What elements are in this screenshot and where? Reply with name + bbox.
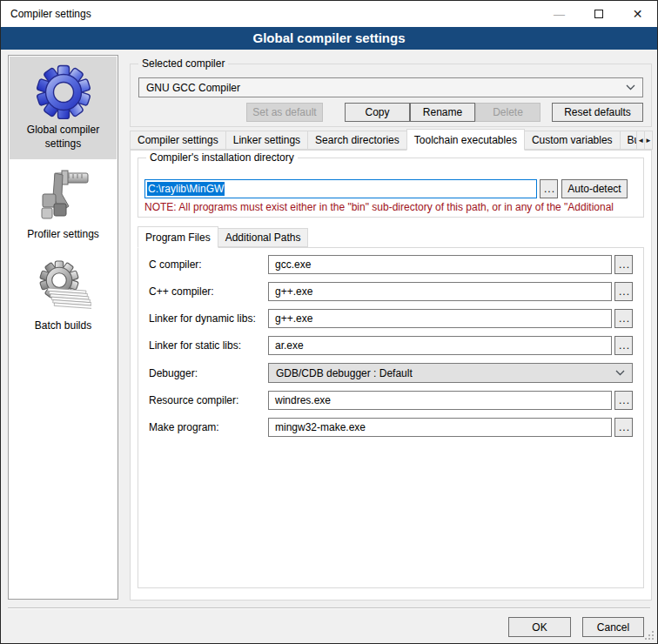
sidebar-item-profiler-settings[interactable]: Profiler settings [10, 161, 117, 250]
field-label: Resource compiler: [149, 394, 268, 406]
field-label: C++ compiler: [149, 285, 268, 298]
tab-search-directories[interactable]: Search directories [307, 131, 407, 150]
close-icon: ✕ [633, 7, 643, 21]
c-compiler-browse-button[interactable]: ... [614, 255, 633, 274]
minimize-button[interactable]: — [540, 1, 579, 27]
debugger-select[interactable]: GDB/CDB debugger : Default [268, 363, 633, 383]
resize-grip[interactable] [645, 631, 655, 641]
installation-directory-group: Compiler's installation directory C:\ray… [138, 158, 644, 218]
title-bar: Compiler settings — ✕ [1, 1, 657, 27]
linker-for-dynamic-libs-input[interactable]: g++.exe [268, 309, 612, 328]
field-row: Linker for static libs: ar.exe... [149, 336, 633, 355]
field-row: C++ compiler: g++.exe... [149, 282, 633, 301]
selected-compiler-group: Selected compiler GNU GCC Compiler Set a… [130, 64, 652, 127]
arrow-right-icon: ► [645, 137, 652, 144]
resource-compiler-browse-button[interactable]: ... [614, 391, 633, 410]
field-label: Linker for static libs: [149, 339, 268, 352]
sidebar-item-batch-builds[interactable]: Batch builds [10, 252, 117, 341]
gear-stack-icon [36, 259, 91, 315]
installation-directory-row: C:\raylib\MinGW ... Auto-detect [144, 179, 637, 198]
close-button[interactable]: ✕ [618, 1, 657, 27]
gear-blue-icon [36, 64, 91, 119]
installation-directory-input[interactable]: C:\raylib\MinGW [144, 179, 537, 198]
reset-defaults-button[interactable]: Reset defaults [552, 103, 643, 122]
dialog-footer: OK Cancel [508, 617, 644, 637]
tab-toolchain-executables[interactable]: Toolchain executables [406, 129, 525, 151]
set-as-default-button[interactable]: Set as default [246, 103, 323, 122]
window-title: Compiler settings [10, 8, 91, 20]
copy-button[interactable]: Copy [345, 103, 410, 122]
minimize-icon: — [554, 8, 565, 21]
caliper-icon [36, 168, 91, 224]
field-row: Linker for dynamic libs: g++.exe... [149, 309, 633, 328]
subtab-additional-paths[interactable]: Additional Paths [218, 228, 309, 247]
field-row: Make program: mingw32-make.exe... [149, 418, 633, 437]
sidebar-item-global-compiler-settings[interactable]: Global compiler settings [10, 57, 117, 159]
selected-compiler-group-label: Selected compiler [138, 57, 228, 70]
compiler-select[interactable]: GNU GCC Compiler [138, 77, 643, 97]
field-label: Make program: [149, 421, 268, 433]
maximize-icon [594, 10, 603, 18]
tab-compiler-settings[interactable]: Compiler settings [130, 131, 226, 150]
input-value: ar.exe [275, 339, 304, 352]
field-label: C compiler: [149, 258, 268, 271]
c-compiler-browse-button[interactable]: ... [614, 282, 633, 301]
program-files-page: C compiler: gcc.exe... C++ compiler: g++… [138, 247, 644, 588]
input-value: windres.exe [275, 394, 331, 406]
chevron-down-icon [615, 370, 625, 376]
tab-linker-settings[interactable]: Linker settings [225, 131, 308, 150]
maximize-button[interactable] [579, 1, 618, 27]
field-label: Linker for dynamic libs: [149, 312, 268, 325]
linker-for-static-libs-browse-button[interactable]: ... [614, 336, 633, 355]
bin-subdirectory-note: NOTE: All programs must exist either in … [144, 201, 637, 213]
settings-tabs: Compiler settingsLinker settingsSearch d… [130, 129, 652, 150]
cancel-button[interactable]: Cancel [582, 617, 644, 637]
program-files-tabs: Program FilesAdditional Paths [138, 226, 644, 247]
installation-directory-group-label: Compiler's installation directory [146, 151, 298, 164]
linker-for-static-libs-input[interactable]: ar.exe [268, 336, 612, 355]
arrow-left-icon: ◄ [637, 137, 644, 144]
field-row: C compiler: gcc.exe... [149, 255, 633, 274]
compiler-settings-window: { "window": { "title": "Compiler setting… [0, 0, 658, 644]
tab-builc[interactable]: Builc [620, 131, 638, 150]
input-value: gcc.exe [275, 258, 311, 271]
compiler-select-value: GNU GCC Compiler [146, 82, 240, 94]
window-controls: — ✕ [540, 1, 657, 27]
subtab-program-files[interactable]: Program Files [138, 226, 218, 248]
ok-button[interactable]: OK [508, 617, 571, 637]
field-row: Resource compiler: windres.exe... [149, 391, 633, 410]
select-value: GDB/CDB debugger : Default [276, 367, 413, 379]
tab-scroll-right-button[interactable]: ► [644, 131, 653, 150]
chevron-down-icon [626, 84, 635, 91]
directory-browse-button[interactable]: ... [540, 179, 558, 198]
footer-divider [8, 607, 650, 609]
resource-compiler-input[interactable]: windres.exe [268, 391, 612, 410]
field-label: Debugger: [149, 367, 268, 379]
make-program-browse-button[interactable]: ... [614, 418, 633, 437]
make-program-input[interactable]: mingw32-make.exe [268, 418, 612, 437]
auto-detect-button[interactable]: Auto-detect [561, 179, 628, 198]
c-compiler-input[interactable]: gcc.exe [268, 255, 612, 274]
delete-button[interactable]: Delete [475, 103, 540, 122]
input-value: g++.exe [275, 312, 312, 325]
input-value: mingw32-make.exe [275, 421, 366, 433]
installation-directory-value: C:\raylib\MinGW [147, 182, 225, 196]
linker-for-dynamic-libs-browse-button[interactable]: ... [614, 309, 633, 328]
settings-category-list: Global compiler settings Profiler settin… [8, 55, 118, 600]
toolchain-executables-page: Compiler's installation directory C:\ray… [130, 150, 652, 600]
tab-custom-variables[interactable]: Custom variables [524, 131, 621, 150]
compiler-actions: Set as defaultCopyRenameDeleteReset defa… [138, 103, 643, 122]
c-compiler-input[interactable]: g++.exe [268, 282, 612, 301]
page-title: Global compiler settings [1, 27, 657, 50]
input-value: g++.exe [275, 285, 312, 298]
rename-button[interactable]: Rename [410, 103, 475, 122]
main-panel: Selected compiler GNU GCC Compiler Set a… [130, 55, 652, 600]
field-row: Debugger: GDB/CDB debugger : Default [149, 363, 633, 383]
